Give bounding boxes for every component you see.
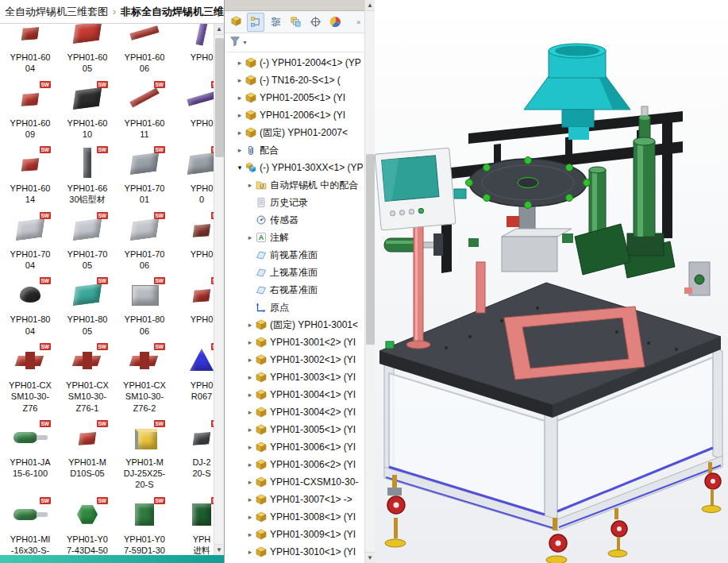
tree-item[interactable]: ▸YPH01-CXSM10-30- (225, 473, 364, 491)
tree-item[interactable]: 原点 (225, 299, 364, 316)
tree-item[interactable]: ▸YPH01-3008<1> (YI (225, 508, 364, 526)
tree-item[interactable]: ▸YPH01-3009<1> (YI (225, 526, 364, 543)
tree-scrollbar[interactable]: ▲ ▼ (364, 0, 375, 563)
expand-arrow-icon[interactable]: ▸ (245, 338, 255, 346)
tree-scroll-down-icon[interactable]: ▼ (365, 552, 376, 563)
expand-arrow-icon[interactable]: ▸ (245, 356, 255, 364)
expand-arrow-icon[interactable]: ▸ (235, 94, 245, 102)
breadcrumb-item-current[interactable]: 非标全自动焊锡机三维套图 (121, 5, 224, 19)
part-thumbnail[interactable]: SWYPH0 (173, 276, 214, 337)
viewport-3d[interactable] (375, 0, 728, 563)
part-thumbnail[interactable]: SWYPH01-CX SM10-30- Z76 (2, 342, 59, 414)
part-thumbnail[interactable]: SWYPH0 (173, 211, 214, 272)
part-thumbnail[interactable]: SWYPH01-M D10S-05 (59, 419, 116, 491)
expand-arrow-icon[interactable]: ▸ (235, 111, 245, 119)
part-thumbnail[interactable]: SWYPH01-60 14 (2, 145, 59, 206)
tab-dimxpert-manager[interactable] (306, 13, 324, 32)
tree-item[interactable]: ▸YPH01-3010<1> (YI (225, 543, 364, 561)
filter-dropdown-icon[interactable]: ▼ (242, 40, 248, 45)
expand-arrow-icon[interactable]: ▸ (245, 513, 255, 521)
tree-item[interactable]: ▸YPH01-3004<1> (YI (225, 386, 364, 403)
part-thumbnail[interactable]: SWYPH01-60 06 (116, 24, 173, 75)
tree-item[interactable]: 前视基准面 (225, 246, 364, 264)
tree-item[interactable]: ▸YPH01-3001<2> (YI (225, 334, 364, 351)
expand-arrow-icon[interactable]: ▸ (235, 59, 245, 67)
expand-arrow-icon[interactable]: ▸ (245, 233, 255, 241)
tree-scroll-up-icon[interactable]: ▲ (365, 0, 376, 11)
part-thumbnail[interactable]: SWYPH0 (173, 24, 214, 75)
tree-item[interactable]: ▸(固定) YPH01-2007< (225, 124, 364, 141)
expand-arrow-icon[interactable]: ▸ (245, 408, 255, 416)
part-thumbnail[interactable]: SWYPH01-70 06 (116, 211, 173, 272)
tree-item[interactable]: 历史记录 (225, 194, 364, 211)
parts-scroll-track[interactable] (214, 35, 225, 544)
tree-item[interactable]: ▾(-) YPH01-30XX<1> (YP (225, 159, 364, 176)
parts-scroll-thumb[interactable] (215, 38, 224, 157)
part-thumbnail[interactable]: SWYPH01-JA 15-6-100 (2, 419, 59, 491)
part-thumbnail[interactable]: SWYPH01-80 06 (116, 276, 173, 337)
scroll-up-icon[interactable]: ▲ (214, 24, 225, 35)
part-thumbnail[interactable]: SWYPH0 0 (173, 145, 214, 206)
part-thumbnail[interactable]: SWYPH01-60 04 (2, 24, 59, 75)
expand-arrow-icon[interactable]: ▸ (245, 461, 255, 469)
expand-arrow-icon[interactable]: ▸ (245, 496, 255, 503)
tree-item[interactable]: ▸YPH01-2005<1> (YI (225, 89, 364, 106)
expand-arrow-icon[interactable]: ▸ (245, 181, 255, 189)
part-thumbnail[interactable]: SWYPH01-80 05 (59, 276, 116, 337)
part-thumbnail[interactable]: SWYPH01-60 05 (59, 24, 116, 75)
tree-item[interactable]: ▸自动焊锡机 中的配合 (225, 176, 364, 194)
tree-item[interactable]: ▸YPH01-3006<1> (YI (225, 438, 364, 456)
expand-arrow-icon[interactable]: ▾ (235, 164, 245, 172)
tab-property-manager[interactable] (267, 13, 284, 32)
tab-configuration-manager[interactable] (287, 13, 304, 32)
part-thumbnail[interactable]: SWYPH01-80 04 (2, 276, 59, 337)
assembly-document-icon[interactable] (227, 13, 245, 32)
part-thumbnail[interactable]: SWYPH01-60 11 (116, 80, 173, 141)
part-thumbnail[interactable]: SWYPH01-70 04 (2, 211, 59, 272)
part-thumbnail[interactable]: SWYPH0 R067 (173, 342, 214, 414)
part-thumbnail[interactable]: SWDJ-2 20-S (173, 419, 214, 491)
tree-item[interactable]: ▸YPH01-3007<1> -> (225, 491, 364, 508)
scroll-down-icon[interactable]: ▼ (214, 544, 225, 555)
filter-icon[interactable] (229, 36, 241, 50)
part-thumbnail[interactable]: SWYPH01-CX SM10-30- Z76-1 (59, 342, 116, 414)
expand-arrow-icon[interactable]: ▸ (235, 129, 245, 137)
tree-item[interactable]: ▸YPH01-3004<2> (YI (225, 403, 364, 421)
expand-arrow-icon[interactable]: ▸ (245, 443, 255, 451)
expand-arrow-icon[interactable]: ▸ (245, 373, 255, 381)
part-thumbnail[interactable]: SWYPH01-MI -16x30-S- U (2, 496, 59, 555)
tree-item[interactable]: ▸YPH01-3003<1> (YI (225, 368, 364, 386)
expand-arrow-icon[interactable]: ▸ (245, 478, 255, 486)
part-thumbnail[interactable]: SWYPH01-66 30铝型材 (59, 145, 116, 206)
tree-item[interactable]: ▸YPH01-3006<2> (YI (225, 456, 364, 473)
tree-item[interactable]: ▸(-) TN16-20-S<1> ( (225, 71, 364, 89)
part-thumbnail[interactable]: SWYPH01-M DJ-25X25- 20-S (116, 419, 173, 491)
part-thumbnail[interactable]: SWYPH01-Y0 7-43D4-50 60 (59, 496, 116, 555)
tree-item[interactable]: ▸配合 (225, 141, 364, 159)
tab-feature-manager-design-tree[interactable] (247, 13, 264, 32)
part-thumbnail[interactable]: SWYPH01-CX SM10-30- Z76-2 (116, 342, 173, 414)
tree-item[interactable]: ▸YPH01-2006<1> (YI (225, 106, 364, 124)
expand-arrow-icon[interactable]: ▸ (245, 548, 255, 556)
tree-item[interactable]: 右视基准面 (225, 281, 364, 299)
expand-arrow-icon[interactable]: ▸ (235, 146, 245, 154)
breadcrumb-item-assembly-set[interactable]: 全自动焊锡机三维套图 (5, 5, 108, 19)
tree-item[interactable]: ▸YPH01-3002<1> (YI (225, 351, 364, 368)
tree-scroll-track[interactable] (365, 11, 376, 552)
part-thumbnail[interactable]: SWYPH01-60 10 (59, 80, 116, 141)
part-thumbnail[interactable]: SWYPH01-70 01 (116, 145, 173, 206)
part-thumbnail[interactable]: SWYPH 进料 Y09- 75 (173, 496, 214, 555)
expand-arrow-icon[interactable]: ▸ (245, 426, 255, 434)
tree-item[interactable]: 上视基准面 (225, 264, 364, 281)
part-thumbnail[interactable]: SWYPH0 (173, 80, 214, 141)
tree-scroll-thumb[interactable] (366, 154, 375, 345)
expand-arrow-icon[interactable]: ▸ (235, 76, 245, 84)
tree-item[interactable]: ▸YPH01-3005<1> (YI (225, 421, 364, 438)
part-thumbnail[interactable]: SWYPH01-Y0 7-59D1-30 74马达 (116, 496, 173, 555)
parts-scrollbar[interactable]: ▲ ▼ (214, 24, 224, 555)
expand-arrow-icon[interactable]: ▸ (245, 321, 255, 329)
part-thumbnail[interactable]: SWYPH01-70 05 (59, 211, 116, 272)
tab-display-manager[interactable] (326, 13, 344, 32)
expand-arrow-icon[interactable]: ▸ (245, 391, 255, 399)
tree-item[interactable]: 传感器 (225, 211, 364, 229)
